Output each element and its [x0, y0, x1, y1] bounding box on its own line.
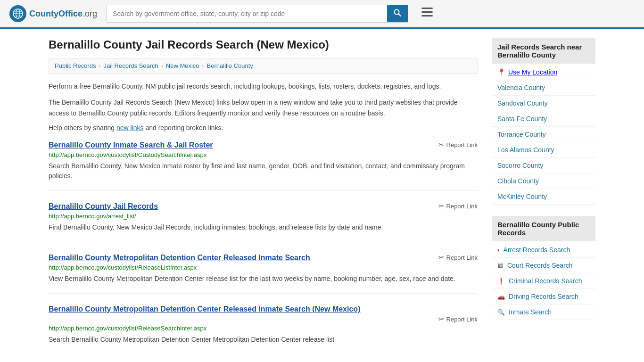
logo-county: County: [29, 9, 58, 18]
santafe-county-link[interactable]: Santa Fe County: [497, 115, 547, 123]
breadcrumb-bernalillo[interactable]: Bernalillo County: [207, 62, 253, 69]
breadcrumb-new-mexico[interactable]: New Mexico: [166, 62, 199, 69]
logo-office: Office: [58, 9, 83, 18]
svg-line-6: [399, 14, 401, 16]
report-link-3[interactable]: ✂ Report Link: [438, 254, 478, 261]
result-url-2[interactable]: http://app.bernco.gov/arrest_list/: [49, 213, 478, 220]
sandoval-county-link[interactable]: Sandoval County: [497, 99, 548, 107]
result-url-3[interactable]: http://app.bernco.gov/custodylist/Releas…: [49, 264, 478, 271]
sidebar-item-sandoval[interactable]: Sandoval County: [492, 96, 595, 111]
mckinley-county-link[interactable]: McKinley County: [497, 193, 547, 200]
sidebar-item-losalamos[interactable]: Los Alamos County: [492, 142, 595, 158]
breadcrumb-public-records[interactable]: Public Records: [55, 62, 96, 69]
description-1: Perform a free Bernalillo County, NM pub…: [49, 81, 478, 91]
arrest-records-icon: ▪: [497, 247, 500, 254]
search-box: [107, 5, 408, 23]
inmate-search-link[interactable]: Inmate Search: [509, 308, 552, 316]
sidebar-item-cibola[interactable]: Cibola County: [492, 173, 595, 189]
svg-rect-9: [421, 15, 433, 16]
result-desc-1: Search Bernalillo County, New Mexico inm…: [49, 161, 478, 181]
page-title: Bernalillo County Jail Records Search (N…: [49, 38, 478, 51]
use-location-link[interactable]: Use My Location: [508, 68, 557, 76]
cibola-county-link[interactable]: Cibola County: [497, 177, 539, 185]
logo-link[interactable]: CountyOffice.org: [9, 5, 97, 22]
nearby-section: Jail Records Search near Bernalillo Coun…: [492, 38, 595, 205]
result-url-1[interactable]: http://app.bernco.gov/custodylist/Custod…: [49, 151, 478, 158]
sidebar-item-socorro[interactable]: Socorro County: [492, 158, 595, 173]
socorro-county-link[interactable]: Socorro County: [497, 162, 543, 169]
help-prefix: Help others by sharing: [49, 124, 116, 132]
page-container: Bernalillo County Jail Records Search (N…: [39, 29, 605, 362]
driving-records-icon: 🚗: [497, 293, 505, 300]
report-label-2: Report Link: [446, 203, 478, 210]
description-2: The Bernalillo County Jail Records Searc…: [49, 97, 478, 118]
new-links-link[interactable]: new links: [116, 124, 144, 132]
result-header-4: Bernalillo County Metropolitan Detention…: [49, 305, 478, 313]
result-desc-4: Search Bernalillo County Metropolitan De…: [49, 335, 478, 345]
inmate-search-icon: 🔍: [497, 309, 505, 316]
arrest-records-link[interactable]: Arrest Records Search: [504, 246, 570, 254]
report-label-1: Report Link: [446, 141, 478, 148]
logo-icon: [9, 5, 26, 22]
court-records-icon: 🏛: [497, 262, 504, 269]
result-header-1: Bernalillo County Inmate Search & Jail R…: [49, 141, 478, 149]
breadcrumb-sep-1: ›: [99, 63, 100, 69]
result-desc-2: Find Bernalillo County, New Mexico Jail …: [49, 222, 478, 232]
result-title-1[interactable]: Bernalillo County Inmate Search & Jail R…: [49, 141, 213, 149]
torrance-county-link[interactable]: Torrance County: [497, 131, 546, 138]
losalamos-county-link[interactable]: Los Alamos County: [497, 146, 554, 154]
search-input[interactable]: [107, 6, 387, 21]
driving-records-link[interactable]: Driving Records Search: [509, 293, 578, 300]
breadcrumb: Public Records › Jail Records Search › N…: [49, 58, 478, 74]
valencia-county-link[interactable]: Valencia County: [497, 84, 545, 91]
sidebar-arrest-records[interactable]: ▪ Arrest Records Search: [492, 242, 595, 258]
breadcrumb-sep-2: ›: [161, 63, 163, 69]
breadcrumb-sep-3: ›: [202, 63, 204, 69]
criminal-records-link[interactable]: Criminal Records Search: [509, 277, 582, 285]
criminal-records-icon: ❗: [497, 278, 505, 285]
result-item-2: Bernalillo County Jail Records ✂ Report …: [49, 202, 478, 242]
public-records-section: Bernalillo County Public Records ▪ Arres…: [492, 216, 595, 320]
location-pin-icon: 📍: [497, 68, 505, 76]
result-header-2: Bernalillo County Jail Records ✂ Report …: [49, 202, 478, 211]
report-link-1[interactable]: ✂ Report Link: [438, 141, 478, 148]
public-records-title: Bernalillo County Public Records: [492, 216, 595, 241]
sidebar-item-valencia[interactable]: Valencia County: [492, 80, 595, 96]
sidebar-criminal-records[interactable]: ❗ Criminal Records Search: [492, 273, 595, 289]
search-button[interactable]: [387, 5, 408, 22]
svg-rect-7: [421, 8, 433, 9]
sidebar-item-mckinley[interactable]: McKinley County: [492, 189, 595, 205]
hamburger-menu-button[interactable]: [418, 6, 437, 22]
sidebar-inmate-search[interactable]: 🔍 Inmate Search: [492, 304, 595, 320]
sidebar-item-torrance[interactable]: Torrance County: [492, 127, 595, 142]
logo-ext: .org: [83, 9, 97, 18]
report-icon-3: ✂: [438, 254, 444, 261]
main-content: Bernalillo County Jail Records Search (N…: [49, 38, 478, 362]
result-item-3: Bernalillo County Metropolitan Detention…: [49, 254, 478, 294]
report-icon-2: ✂: [438, 202, 444, 210]
help-text: Help others by sharing new links and rep…: [49, 124, 478, 132]
help-suffix: and reporting broken links.: [144, 124, 223, 132]
use-location-item[interactable]: 📍 Use My Location: [492, 65, 595, 80]
court-records-link[interactable]: Court Records Search: [507, 262, 573, 269]
sidebar-driving-records[interactable]: 🚗 Driving Records Search: [492, 289, 595, 304]
report-icon-4: ✂: [438, 315, 444, 323]
sidebar-court-records[interactable]: 🏛 Court Records Search: [492, 258, 595, 273]
result-header-3: Bernalillo County Metropolitan Detention…: [49, 254, 478, 262]
logo-text: CountyOffice.org: [29, 9, 97, 19]
result-title-4[interactable]: Bernalillo County Metropolitan Detention…: [49, 305, 360, 313]
result-title-2[interactable]: Bernalillo County Jail Records: [49, 202, 158, 211]
result-item-1: Bernalillo County Inmate Search & Jail R…: [49, 141, 478, 191]
breadcrumb-jail-records-search[interactable]: Jail Records Search: [103, 62, 158, 69]
sidebar-item-santafe[interactable]: Santa Fe County: [492, 111, 595, 127]
svg-rect-8: [421, 11, 433, 13]
page-header: CountyOffice.org: [0, 0, 644, 29]
sidebar: Jail Records Search near Bernalillo Coun…: [492, 38, 595, 362]
report-icon-1: ✂: [438, 141, 444, 148]
report-link-2[interactable]: ✂ Report Link: [438, 202, 478, 210]
report-label-3: Report Link: [446, 254, 478, 261]
result-url-4[interactable]: http://app.bernco.gov/custodylist/Releas…: [49, 325, 478, 332]
result-desc-3: View Bernalillo County Metropolitan Dete…: [49, 274, 478, 284]
result-title-3[interactable]: Bernalillo County Metropolitan Detention…: [49, 254, 310, 262]
report-link-4[interactable]: ✂ Report Link: [58, 315, 478, 323]
